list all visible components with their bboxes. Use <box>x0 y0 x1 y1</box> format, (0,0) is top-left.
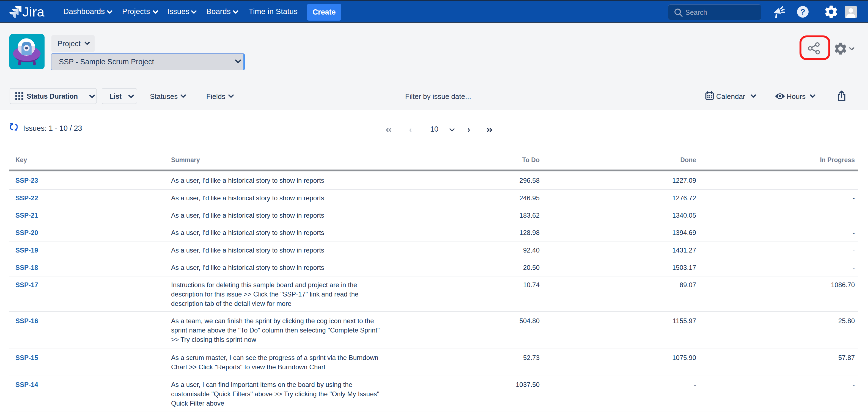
svg-text:?: ? <box>800 7 805 16</box>
